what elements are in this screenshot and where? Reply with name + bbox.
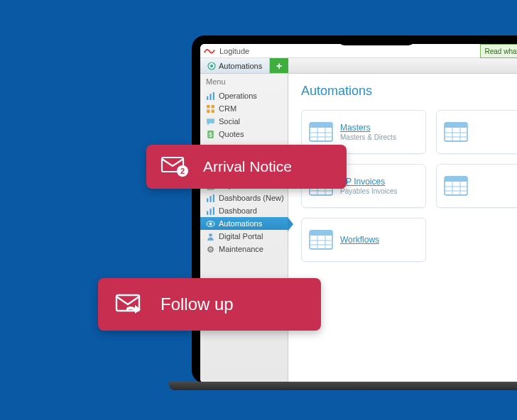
eye-icon <box>207 62 216 70</box>
add-tab-button[interactable]: + <box>270 58 288 73</box>
svg-rect-16 <box>213 194 214 202</box>
svg-rect-50 <box>310 231 332 236</box>
sidebar-item-label: Quotes <box>219 130 244 138</box>
card-title: Workflows <box>340 235 379 245</box>
svg-point-1 <box>210 65 213 67</box>
svg-rect-7 <box>207 109 209 112</box>
app-logo-icon <box>203 46 216 56</box>
sidebar-item-dashboard[interactable]: Dashboard <box>200 204 288 217</box>
arrival-notice-label: Arrival Notice <box>203 158 292 175</box>
laptop-notch <box>337 35 415 45</box>
gear-icon <box>206 245 215 253</box>
sidebar-item-label: Dashboards (New) <box>219 194 284 202</box>
table-icon <box>309 122 333 142</box>
sidebar-item-label: Automations <box>219 219 262 228</box>
sidebar-item-dashboards-new[interactable]: Dashboards (New) <box>200 192 288 204</box>
card-card[interactable] <box>436 110 517 154</box>
sidebar: Menu OperationsCRMSocial$QuotesFiling In… <box>200 74 288 383</box>
svg-rect-3 <box>209 94 211 100</box>
svg-rect-2 <box>207 96 208 99</box>
svg-rect-32 <box>445 123 467 128</box>
tab-label: Automations <box>219 62 262 70</box>
svg-rect-8 <box>212 109 214 112</box>
svg-text:$: $ <box>209 131 212 138</box>
menu-header: Menu <box>200 74 288 89</box>
app-name: Logitude <box>219 47 249 55</box>
table-icon <box>309 230 333 250</box>
grid-yellow-icon <box>206 104 215 113</box>
table-icon <box>444 176 468 196</box>
bars-blue-icon <box>206 92 215 100</box>
svg-rect-14 <box>207 198 208 201</box>
sidebar-item-crm[interactable]: CRM <box>200 102 288 115</box>
svg-rect-26 <box>310 123 332 128</box>
mail-forward-icon <box>115 294 145 315</box>
person-icon <box>206 232 215 241</box>
svg-rect-17 <box>207 211 208 214</box>
svg-rect-5 <box>207 105 209 108</box>
bars-blue-icon <box>206 206 215 215</box>
laptop-frame: Logitude Read what is new in Automations… <box>192 35 517 383</box>
page-title: Automations <box>301 84 517 99</box>
sidebar-item-label: CRM <box>219 104 236 113</box>
card-title: AP Invoices <box>340 177 398 187</box>
svg-rect-19 <box>213 207 214 215</box>
svg-rect-44 <box>445 177 467 182</box>
sidebar-item-automations[interactable]: Automations <box>200 217 288 230</box>
svg-point-22 <box>209 233 212 236</box>
arrival-notice-chip[interactable]: 2 Arrival Notice <box>146 145 347 189</box>
card-card[interactable] <box>436 164 517 208</box>
main-area: Automations MastersMasters & DirectsAP I… <box>288 74 517 383</box>
sidebar-item-quotes[interactable]: $Quotes <box>200 128 288 140</box>
dollar-icon: $ <box>206 130 215 138</box>
bubble-icon <box>206 117 215 126</box>
card-title: Masters <box>340 123 396 133</box>
tab-automations[interactable]: Automations <box>200 58 270 73</box>
follow-up-chip[interactable]: Follow up <box>98 278 321 331</box>
sidebar-item-maintenance[interactable]: Maintenance <box>200 243 288 255</box>
sidebar-item-digital-portal[interactable]: Digital Portal <box>200 230 288 243</box>
sidebar-item-social[interactable]: Social <box>200 115 288 128</box>
svg-rect-18 <box>209 209 211 215</box>
sidebar-item-label: Maintenance <box>219 245 263 253</box>
sidebar-item-operations[interactable]: Operations <box>200 89 288 102</box>
svg-rect-4 <box>213 92 214 100</box>
bars-blue-icon <box>206 194 215 202</box>
table-icon <box>444 122 468 142</box>
app-screen: Logitude Read what is new in Automations… <box>200 44 517 383</box>
card-subtitle: Payables Invoices <box>340 187 398 195</box>
whats-new-banner[interactable]: Read what is new in <box>480 44 518 58</box>
svg-rect-15 <box>209 196 211 202</box>
sidebar-item-label: Dashboard <box>219 206 257 215</box>
mail-badge-icon: 2 <box>160 156 190 177</box>
svg-text:2: 2 <box>180 167 185 175</box>
svg-point-21 <box>209 222 212 225</box>
titlebar: Logitude Read what is new in <box>200 44 517 58</box>
card-subtitle: Masters & Directs <box>340 133 396 141</box>
svg-rect-6 <box>212 105 214 108</box>
laptop-base <box>169 382 517 390</box>
follow-up-label: Follow up <box>160 294 234 314</box>
sidebar-item-label: Digital Portal <box>219 232 263 241</box>
whats-new-label: Read what is new in <box>485 48 518 55</box>
sidebar-item-label: Operations <box>219 92 257 100</box>
sidebar-item-label: Social <box>219 117 240 126</box>
eye-icon <box>206 219 215 228</box>
card-workflows[interactable]: Workflows <box>301 218 426 262</box>
tab-strip: Automations + <box>200 58 517 74</box>
svg-point-24 <box>209 248 211 250</box>
